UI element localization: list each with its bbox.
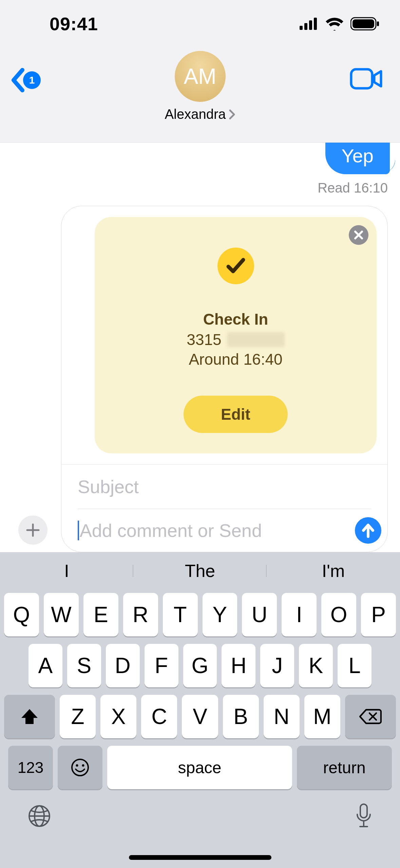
numeric-key[interactable]: 123 <box>8 746 53 789</box>
unread-badge: 1 <box>23 71 41 89</box>
key-a[interactable]: A <box>28 644 62 687</box>
contact-name-label: Alexandra <box>165 107 226 122</box>
key-t[interactable]: T <box>163 593 198 636</box>
svg-rect-7 <box>351 69 372 88</box>
check-in-address-prefix: 3315 <box>187 330 221 349</box>
key-row-2: ASDFGHJKL <box>4 644 396 687</box>
read-receipt-label: Read <box>318 180 350 195</box>
check-in-address: 3315 <box>187 330 284 349</box>
return-key[interactable]: return <box>297 746 392 789</box>
check-in-widget: Check In 3315 Around 16:40 Edit <box>95 217 377 453</box>
checkmark-icon <box>226 257 246 275</box>
svg-rect-3 <box>314 18 317 30</box>
key-row-3: ZXCVBNM <box>4 695 396 738</box>
key-d[interactable]: D <box>106 644 140 687</box>
key-l[interactable]: L <box>338 644 372 687</box>
svg-rect-14 <box>360 804 367 818</box>
status-bar: 09:41 <box>0 0 400 48</box>
key-v[interactable]: V <box>182 695 218 738</box>
facetime-button[interactable] <box>350 68 383 91</box>
check-in-badge <box>217 248 254 284</box>
globe-key[interactable] <box>27 804 52 830</box>
emoji-key[interactable] <box>58 746 102 789</box>
key-w[interactable]: W <box>44 593 79 636</box>
key-r[interactable]: R <box>123 593 158 636</box>
svg-point-8 <box>72 759 88 776</box>
read-receipt: Read 16:10 <box>0 180 400 196</box>
svg-rect-6 <box>377 21 379 26</box>
key-s[interactable]: S <box>67 644 101 687</box>
cellular-icon <box>300 18 319 30</box>
space-key[interactable]: space <box>107 746 292 789</box>
keyboard: I The I'm QWERTYUIOP ASDFGHJKL ZXCVBNM 1… <box>0 552 400 868</box>
key-q[interactable]: Q <box>4 593 39 636</box>
svg-rect-5 <box>353 19 374 28</box>
check-in-address-redacted <box>227 332 285 347</box>
compose-card: Check In 3315 Around 16:40 Edit <box>61 206 388 552</box>
key-e[interactable]: E <box>83 593 118 636</box>
suggestion-3[interactable]: I'm <box>267 561 400 581</box>
shift-key[interactable] <box>4 695 55 738</box>
check-in-time: Around 16:40 <box>189 350 282 368</box>
key-g[interactable]: G <box>183 644 217 687</box>
suggestion-2[interactable]: The <box>133 561 267 581</box>
video-icon <box>350 68 383 90</box>
dictation-key[interactable] <box>355 803 373 831</box>
backspace-icon <box>359 708 382 725</box>
status-time: 09:41 <box>50 13 98 34</box>
key-n[interactable]: N <box>264 695 300 738</box>
svg-point-10 <box>82 764 84 767</box>
plus-icon <box>26 523 40 537</box>
key-o[interactable]: O <box>321 593 356 636</box>
contact-avatar[interactable]: AM <box>175 51 226 102</box>
comment-input[interactable] <box>80 520 355 541</box>
backspace-key[interactable] <box>345 695 396 738</box>
avatar-initials: AM <box>184 64 216 89</box>
read-receipt-time: 16:10 <box>354 180 388 195</box>
shift-icon <box>20 708 39 725</box>
key-k[interactable]: K <box>299 644 333 687</box>
close-icon <box>354 230 364 240</box>
chevron-right-icon <box>229 109 235 120</box>
suggestion-bar: I The I'm <box>0 552 400 590</box>
conversation-scroll[interactable]: Yep Read 16:10 Check In 3315 Around 16:4… <box>0 143 400 552</box>
key-z[interactable]: Z <box>60 695 96 738</box>
key-x[interactable]: X <box>100 695 136 738</box>
text-caret <box>78 521 79 540</box>
svg-rect-1 <box>304 23 307 30</box>
contact-name-button[interactable]: Alexandra <box>165 107 235 122</box>
check-in-title: Check In <box>203 310 268 328</box>
key-c[interactable]: C <box>141 695 177 738</box>
key-f[interactable]: F <box>145 644 178 687</box>
home-indicator[interactable] <box>129 855 271 860</box>
key-h[interactable]: H <box>222 644 255 687</box>
conversation-header: 1 AM Alexandra <box>0 48 400 143</box>
svg-rect-2 <box>309 20 312 30</box>
send-button[interactable] <box>355 517 381 544</box>
check-in-close-button[interactable] <box>349 225 368 245</box>
subject-input[interactable] <box>78 476 371 497</box>
svg-point-9 <box>76 764 78 767</box>
key-y[interactable]: Y <box>203 593 237 636</box>
back-button[interactable]: 1 <box>10 68 41 92</box>
sent-message-bubble[interactable]: Yep <box>325 143 390 174</box>
key-j[interactable]: J <box>260 644 294 687</box>
suggestion-1[interactable]: I <box>0 561 133 581</box>
battery-icon <box>350 17 380 31</box>
key-b[interactable]: B <box>223 695 259 738</box>
check-in-edit-button[interactable]: Edit <box>184 396 288 433</box>
key-i[interactable]: I <box>282 593 317 636</box>
wifi-icon <box>325 17 344 31</box>
microphone-icon <box>355 803 373 829</box>
key-p[interactable]: P <box>361 593 396 636</box>
apps-plus-button[interactable] <box>18 516 47 545</box>
key-row-1: QWERTYUIOP <box>4 593 396 636</box>
globe-icon <box>27 804 52 828</box>
status-indicators <box>300 17 380 31</box>
arrow-up-icon <box>361 523 375 538</box>
key-u[interactable]: U <box>242 593 277 636</box>
key-m[interactable]: M <box>304 695 340 738</box>
svg-rect-0 <box>300 26 303 30</box>
emoji-icon <box>71 758 89 777</box>
